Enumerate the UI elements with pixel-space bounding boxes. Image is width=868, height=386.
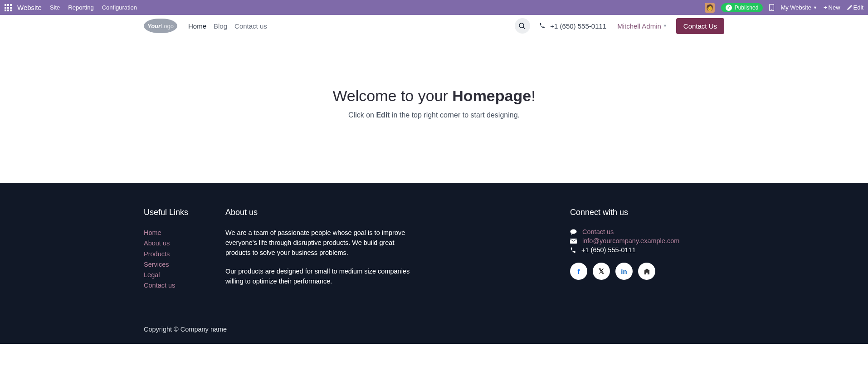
edit-button[interactable]: Edit — [847, 4, 863, 11]
about-title: About us — [225, 208, 420, 217]
topbar-menu-site[interactable]: Site — [50, 4, 60, 11]
svg-rect-1 — [771, 10, 772, 10]
envelope-icon — [570, 239, 577, 244]
site-navbar: YourLogo Home Blog Contact us +1 (650) 5… — [0, 15, 868, 37]
footer-useful-links: Useful Links Home About us Products Serv… — [144, 208, 225, 296]
linkedin-button[interactable]: in — [615, 263, 633, 280]
linkedin-icon: in — [621, 268, 627, 275]
home-icon — [644, 269, 650, 274]
email-link[interactable]: info@yourcompany.example.com — [582, 237, 679, 244]
search-button[interactable] — [515, 18, 530, 34]
connect-title: Connect with us — [570, 208, 724, 217]
contact-us-link[interactable]: Contact us — [582, 228, 614, 235]
site-footer: Useful Links Home About us Products Serv… — [0, 183, 868, 344]
svg-line-3 — [523, 27, 525, 29]
user-dropdown[interactable]: Mitchell Admin ▼ — [617, 22, 667, 30]
contact-us-button[interactable]: Contact Us — [676, 18, 724, 34]
footer-link-about[interactable]: About us — [144, 239, 225, 248]
hero-sub-post: in the top right corner to start designi… — [390, 111, 520, 119]
search-icon — [519, 23, 526, 29]
footer-link-products[interactable]: Products — [144, 249, 225, 259]
phone-icon — [539, 23, 547, 30]
logo-your: Your — [147, 23, 161, 29]
new-label: New — [829, 4, 840, 11]
home-button[interactable] — [638, 263, 655, 280]
copyright: Copyright © Company name — [137, 318, 731, 344]
contact-us-row: Contact us — [570, 228, 724, 235]
plus-icon: + — [824, 4, 827, 11]
footer-link-home[interactable]: Home — [144, 228, 225, 237]
phone-icon — [570, 247, 576, 253]
topbar-menu-reporting[interactable]: Reporting — [68, 4, 93, 11]
about-paragraph-2: Our products are designed for small to m… — [225, 267, 420, 287]
avatar-icon: 🧑 — [705, 3, 715, 13]
footer-link-contact[interactable]: Contact us — [144, 281, 225, 290]
hero-section: Welcome to your Homepage! Click on Edit … — [0, 37, 868, 183]
logo-logo: Logo — [161, 23, 174, 29]
mobile-icon — [769, 4, 774, 11]
phone-number: +1 (650) 555-0111 — [550, 22, 606, 30]
hero-title: Welcome to your Homepage! — [0, 87, 868, 105]
new-page-button[interactable]: + New — [824, 4, 840, 11]
topbar-menu-configuration[interactable]: Configuration — [102, 4, 137, 11]
hero-sub-pre: Click on — [348, 111, 376, 119]
app-topbar: Website Site Reporting Configuration 🧑 ✓… — [0, 0, 868, 15]
nav-blog[interactable]: Blog — [214, 22, 227, 30]
user-avatar[interactable]: 🧑 — [705, 3, 715, 13]
nav-home[interactable]: Home — [188, 22, 206, 30]
facebook-button[interactable]: f — [570, 263, 587, 280]
check-circle-icon: ✓ — [726, 5, 732, 11]
header-phone[interactable]: +1 (650) 555-0111 — [539, 22, 606, 30]
svg-point-4 — [571, 229, 577, 234]
speech-bubble-icon — [570, 229, 577, 235]
twitter-icon: 𝕏 — [599, 267, 604, 275]
mobile-preview-button[interactable] — [769, 4, 774, 11]
hero-subtitle: Click on Edit in the top right corner to… — [0, 111, 868, 119]
twitter-button[interactable]: 𝕏 — [593, 263, 610, 280]
caret-down-icon: ▼ — [663, 24, 667, 28]
site-logo[interactable]: YourLogo — [144, 19, 177, 33]
svg-point-2 — [519, 23, 524, 28]
about-paragraph-1: We are a team of passionate people whose… — [225, 228, 420, 258]
phone-row: +1 (650) 555-0111 — [570, 246, 724, 254]
hero-title-pre: Welcome to your — [332, 87, 452, 104]
footer-connect: Connect with us Contact us info@yourcomp… — [570, 208, 724, 296]
website-switcher[interactable]: My Website ▼ — [780, 4, 817, 11]
footer-link-legal[interactable]: Legal — [144, 270, 225, 279]
hero-title-post: ! — [531, 87, 535, 104]
pencil-icon — [847, 5, 852, 10]
apps-icon[interactable] — [5, 4, 12, 11]
hero-title-bold: Homepage — [452, 87, 531, 104]
edit-label: Edit — [853, 4, 863, 11]
nav-contact[interactable]: Contact us — [234, 22, 267, 30]
caret-down-icon: ▼ — [813, 5, 817, 10]
footer-about: About us We are a team of passionate peo… — [225, 208, 420, 296]
hero-sub-bold: Edit — [376, 111, 390, 119]
published-label: Published — [735, 5, 759, 11]
phone-text: +1 (650) 555-0111 — [581, 246, 636, 254]
website-switcher-label: My Website — [780, 4, 811, 11]
footer-link-services[interactable]: Services — [144, 260, 225, 269]
social-buttons: f 𝕏 in — [570, 263, 724, 280]
published-toggle[interactable]: ✓ Published — [721, 3, 763, 12]
user-name: Mitchell Admin — [617, 22, 661, 30]
useful-links-title: Useful Links — [144, 208, 225, 217]
email-row: info@yourcompany.example.com — [570, 237, 724, 244]
app-brand[interactable]: Website — [17, 4, 42, 11]
facebook-icon: f — [578, 268, 580, 275]
